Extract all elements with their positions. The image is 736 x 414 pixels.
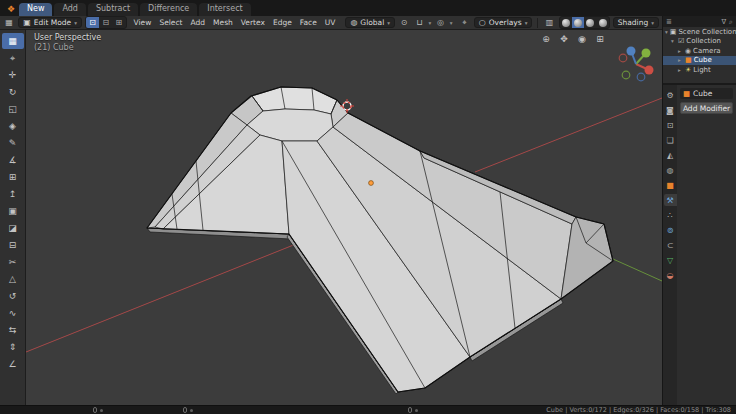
viewport-nav-button[interactable]: ✥	[558, 33, 570, 45]
properties-tab[interactable]: ◒	[664, 269, 677, 281]
tool-button[interactable]: ▣	[2, 203, 24, 219]
properties-tab[interactable]: ⊚	[664, 224, 677, 236]
properties-tab[interactable]: ⚙	[664, 89, 677, 101]
breadcrumb[interactable]: ■ Cube	[680, 88, 733, 99]
outliner-tree: ▾ ▣ Scene Collection ▾ ☑ Collection ▸	[663, 27, 736, 83]
viewport-nav-button[interactable]: ⊕	[540, 33, 552, 45]
menu-item[interactable]: UV	[321, 18, 340, 27]
menu-item[interactable]: View	[130, 18, 156, 27]
shading-settings-dropdown[interactable]: Shading ▾	[613, 17, 659, 28]
disclosure-triangle-icon[interactable]: ▸	[678, 48, 683, 54]
properties-tab[interactable]: ⊡	[664, 119, 677, 131]
properties-tab[interactable]: ∴	[664, 209, 677, 221]
gizmo-y-axis-ball[interactable]	[642, 49, 651, 58]
workspace-tab[interactable]: Subtract	[88, 3, 138, 16]
navigation-gizmo[interactable]	[614, 42, 658, 86]
properties-tab[interactable]: ▽	[664, 254, 677, 266]
viewport-nav-button[interactable]: ◉	[576, 33, 588, 45]
properties-tab-icon: ◙	[666, 106, 674, 115]
select-mode-button[interactable]: ⊡	[86, 17, 99, 28]
add-modifier-button[interactable]: Add Modifier	[680, 102, 733, 114]
chevron-down-icon[interactable]: ▾	[429, 20, 432, 26]
gizmo-neg-y-ball[interactable]	[622, 71, 630, 79]
workspace-tab[interactable]: Intersect	[199, 3, 250, 16]
outliner-editor-icon[interactable]: ≣	[666, 18, 672, 26]
menu-item[interactable]: Select	[155, 18, 186, 27]
app-menu-icon[interactable]: ❖	[3, 2, 19, 15]
disclosure-triangle-icon[interactable]: ▸	[678, 67, 683, 73]
gizmo-neg-x-ball[interactable]	[619, 54, 627, 62]
search-icon[interactable]: ⌕	[729, 18, 733, 26]
tool-button[interactable]: ⊞	[2, 169, 24, 185]
xray-toggle[interactable]: ▥	[543, 17, 555, 28]
shading-mode-button[interactable]	[572, 17, 584, 28]
workspace-tab[interactable]: New	[19, 3, 52, 16]
shading-mode-button[interactable]	[584, 17, 596, 28]
tool-button[interactable]: ◱	[2, 101, 24, 117]
disclosure-triangle-icon[interactable]: ▸	[678, 57, 683, 63]
tool-button[interactable]: ◈	[2, 118, 24, 134]
tool-button[interactable]: ↺	[2, 288, 24, 304]
tool-button[interactable]: ∡	[2, 152, 24, 168]
menu-item[interactable]: Add	[187, 18, 210, 27]
tool-button[interactable]: ↥	[2, 186, 24, 202]
chevron-down-icon[interactable]: ▾	[450, 20, 453, 26]
tool-button[interactable]: ↻	[2, 84, 24, 100]
tool-button[interactable]: ⊟	[2, 237, 24, 253]
viewport-nav-button[interactable]: ⊞	[594, 33, 606, 45]
tool-button[interactable]: ∠	[2, 356, 24, 372]
header-menus: View Select Add Mesh Vertex Edge Face U	[130, 18, 340, 27]
tool-button[interactable]: ◪	[2, 220, 24, 236]
menu-item[interactable]: Mesh	[209, 18, 237, 27]
menu-item[interactable]: Face	[296, 18, 321, 27]
menu-item[interactable]: Edge	[269, 18, 296, 27]
proportional-editing-toggle[interactable]: ◎	[434, 17, 446, 28]
filter-icon[interactable]: ∇	[721, 18, 726, 26]
outliner-item[interactable]: ▾ ☑ Collection	[663, 37, 736, 47]
tool-button[interactable]: ✎	[2, 135, 24, 151]
gizmo-neg-z-ball[interactable]	[637, 73, 645, 81]
tool-button[interactable]: ⇆	[2, 322, 24, 338]
properties-tab[interactable]: ⊂	[664, 239, 677, 251]
properties-tab[interactable]: ◭	[664, 149, 677, 161]
mode-selector[interactable]: ▣ Edit Mode ▾	[18, 17, 82, 28]
tool-button[interactable]: △	[2, 271, 24, 287]
snap-toggle[interactable]: ⊔	[413, 17, 425, 28]
properties-tab[interactable]: ⚒	[664, 194, 677, 206]
gizmo-x-axis-ball[interactable]	[645, 66, 654, 75]
shading-mode-button[interactable]	[596, 17, 608, 28]
tool-button[interactable]: ⇕	[2, 339, 24, 355]
properties-tab[interactable]: ◍	[664, 164, 677, 176]
properties-tab[interactable]: ◙	[664, 104, 677, 116]
viewport-3d[interactable]: User Perspective (21) Cube ⊕ ✥	[26, 30, 662, 405]
pivot-point-dropdown[interactable]: ⊙	[398, 17, 410, 28]
select-mode-icon: ⊟	[102, 18, 109, 27]
mesh-model[interactable]	[147, 87, 613, 394]
disclosure-triangle-icon[interactable]: ▾	[665, 29, 668, 35]
tool-button[interactable]: ⌖	[2, 50, 24, 66]
outliner-item[interactable]: ▸ ☀ Light	[663, 65, 736, 75]
select-mode-icon: ⊡	[89, 18, 96, 27]
select-mode-button[interactable]: ⊞	[112, 17, 125, 28]
tool-button[interactable]: ▦	[2, 33, 24, 49]
tool-button[interactable]: ✂	[2, 254, 24, 270]
outliner-item[interactable]: ▸ ■ Cube	[663, 56, 736, 66]
workspace-tab[interactable]: Difference	[140, 3, 197, 16]
tool-button[interactable]: ∿	[2, 305, 24, 321]
select-mode-button[interactable]: ⊟	[99, 17, 112, 28]
outliner-item[interactable]: ▾ ▣ Scene Collection	[663, 27, 736, 37]
transform-orientation-dropdown[interactable]: ◍ Global ▾	[345, 17, 395, 28]
shading-sphere-icon	[574, 19, 582, 27]
menu-item[interactable]: Vertex	[237, 18, 269, 27]
gizmo-z-axis-ball[interactable]	[627, 47, 636, 56]
show-gizmo-toggle[interactable]: ⌖	[458, 17, 470, 28]
editor-type-selector[interactable]: ▦	[3, 17, 15, 28]
properties-tab[interactable]: ■	[664, 179, 677, 191]
tool-button[interactable]: ✛	[2, 67, 24, 83]
overlays-dropdown[interactable]: ○ Overlays ▾	[474, 17, 533, 28]
outliner-item[interactable]: ▸ ◉ Camera	[663, 46, 736, 56]
properties-tab[interactable]: ❏	[664, 134, 677, 146]
workspace-tab[interactable]: Add	[54, 3, 86, 16]
shading-mode-button[interactable]	[560, 17, 572, 28]
disclosure-triangle-icon[interactable]: ▾	[671, 38, 676, 44]
